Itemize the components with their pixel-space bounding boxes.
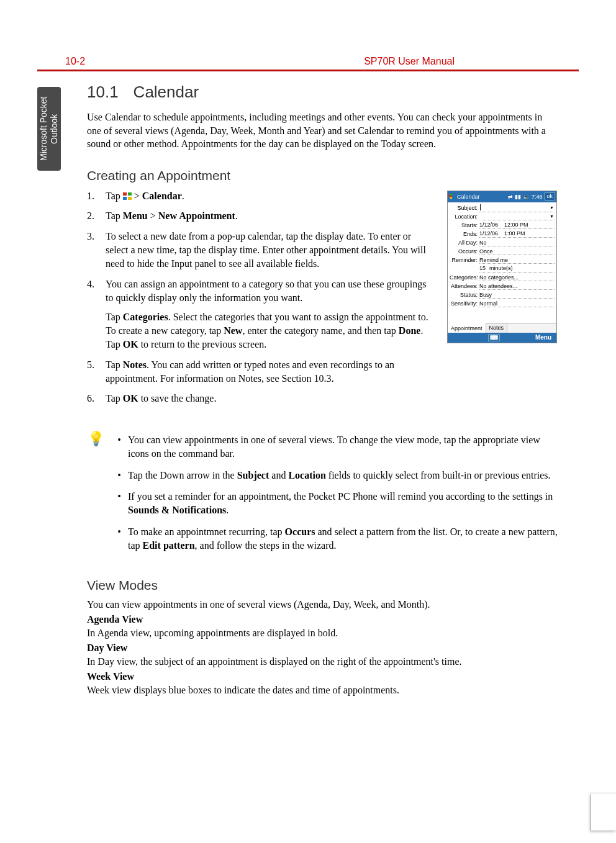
step-5: 5. Tap Notes. You can add written or typ… (87, 358, 435, 386)
step-text: to return to the previous screen. (138, 339, 267, 349)
step-bold: New Appointment (158, 210, 235, 221)
step-3: 3. To select a new date from a pop-up ca… (87, 230, 435, 271)
step-text: > (148, 210, 158, 221)
step-text: Tap (106, 393, 123, 403)
step-text: > (132, 191, 142, 201)
starts-label: Starts: (450, 222, 479, 228)
agenda-view-text: In Agenda view, upcoming appointments ar… (87, 628, 559, 639)
tab-appointment[interactable]: Appointment (448, 323, 486, 333)
categories-field[interactable]: No categories... (479, 274, 555, 281)
step-text: Tap (106, 210, 123, 221)
reminder-value-field[interactable]: 15minute(s) (479, 265, 555, 273)
clock-text: 7:46 (532, 194, 543, 200)
sensitivity-label: Sensitivity: (450, 300, 479, 307)
section-number: 10.1 (87, 83, 119, 101)
status-field[interactable]: Busy (479, 291, 555, 299)
manual-title: SP70R User Manual (364, 56, 455, 67)
attendees-field[interactable]: No attendees... (479, 282, 555, 290)
tip-bold: Sounds & Notifications (128, 505, 226, 515)
tip-text: To make an appointmnet recurring, tap (128, 526, 285, 537)
dropdown-icon[interactable]: ▼ (550, 205, 554, 210)
tip-text: . (226, 505, 229, 515)
tip-text: If you set a reminder for an appointment… (128, 491, 553, 502)
tabs: Appointment Notes (448, 323, 556, 333)
step-text: to save the change. (138, 393, 217, 403)
step-text: You can assign an appointment to a categ… (106, 279, 427, 303)
view-modes-intro: You can view appointments in one of seve… (87, 599, 559, 610)
view-modes-heading: View Modes (87, 578, 559, 593)
step-text: Tap (106, 339, 123, 349)
page-number: 10-2 (65, 56, 85, 67)
tip-text: fields to quickly select from built-in o… (326, 470, 551, 480)
menu-button[interactable]: Menu (535, 334, 551, 341)
start-icon (123, 192, 132, 200)
section-intro: Use Calendar to schedule appointments, i… (87, 110, 559, 151)
allday-label: All Day: (450, 240, 479, 246)
sync-icon: ⇄ (508, 194, 513, 200)
sensitivity-field[interactable]: Normal (479, 300, 555, 307)
bottombar: ⌨ Menu (448, 333, 556, 343)
signal-icon: ▮▮ (515, 194, 521, 200)
ends-label: Ends: (450, 231, 479, 237)
start-icon[interactable] (449, 194, 455, 200)
tip-bold: Location (288, 470, 325, 480)
tip-icon: 💡 (87, 432, 104, 561)
step-bold: New (224, 325, 242, 336)
allday-field[interactable]: No (479, 239, 555, 246)
tip-item: •You can view appointments in one of sev… (111, 433, 559, 461)
step-bold: Calendar (142, 191, 182, 201)
tip-item: • Tap the Down arrow in the Subject and … (111, 469, 559, 482)
side-tab: Microsoft Pocket Outlook (37, 87, 61, 171)
titlebar: Calendar ⇄ ▮▮ 🔈 7:46 ok (448, 191, 556, 202)
step-text: Tap (106, 191, 123, 201)
creating-heading: Creating an Appointment (87, 168, 559, 183)
location-label: Location: (450, 214, 479, 220)
page-header: 10-2 SP70R User Manual (37, 37, 579, 71)
tip-text: and (269, 470, 288, 480)
location-field[interactable]: ▼ (479, 213, 555, 220)
screenshot-title: Calendar (457, 194, 480, 200)
reminder-label: Reminder: (450, 257, 479, 263)
tip-bold: Occurs (285, 526, 315, 537)
section-title-text: Calendar (134, 83, 199, 101)
subject-field[interactable]: ▼ (479, 204, 555, 212)
step-text: Tap (106, 359, 123, 370)
status-label: Status: (450, 292, 479, 298)
step-text: Tap (106, 312, 123, 322)
tab-notes[interactable]: Notes (486, 323, 508, 333)
step-4: 4. You can assign an appointment to a ca… (87, 277, 435, 352)
occurs-label: Occurs: (450, 248, 479, 255)
step-bold: Menu (123, 210, 148, 221)
subject-label: Subject: (450, 205, 479, 211)
categories-label: Categories: (450, 274, 479, 281)
tip-item: • If you set a reminder for an appointme… (111, 490, 559, 518)
dropdown-icon[interactable]: ▼ (550, 214, 554, 219)
step-text: , enter the category name, and then tap (242, 325, 398, 336)
appointment-screenshot: Calendar ⇄ ▮▮ 🔈 7:46 ok Subject:▼ Locati… (447, 191, 557, 343)
tip-item: • To make an appointmnet recurring, tap … (111, 525, 559, 553)
step-text: . (182, 191, 184, 201)
page-fold-decoration (591, 793, 616, 831)
step-text: . (420, 325, 423, 336)
step-6: 6. Tap OK to save the change. (87, 392, 435, 405)
ends-field[interactable]: 1/12/061:00 PM (479, 230, 555, 238)
step-bold: OK (123, 339, 138, 349)
steps-list: 1. Tap > Calendar. 2. Tap Menu > New App… (87, 189, 435, 406)
tip-text: , and follow the steps in the wizard. (195, 540, 337, 551)
attendees-label: Attendees: (450, 283, 479, 289)
appointment-form: Subject:▼ Location:▼ Starts:1/12/0612:00… (448, 202, 556, 312)
step-text: . You can add written or typed notes and… (106, 359, 394, 384)
day-view-text: In Day view, the subject of an appointme… (87, 656, 559, 667)
keyboard-icon[interactable]: ⌨ (488, 334, 500, 341)
step-bold: OK (123, 393, 138, 403)
starts-field[interactable]: 1/12/0612:00 PM (479, 222, 555, 229)
ok-button[interactable]: ok (544, 192, 555, 201)
step-bold: Categories (123, 312, 168, 322)
step-bold: Notes (123, 359, 147, 370)
reminder-field[interactable]: Remind me (479, 256, 555, 264)
occurs-field[interactable]: Once (479, 248, 555, 255)
step-1: 1. Tap > Calendar. (87, 189, 435, 203)
week-view-heading: Week View (87, 671, 559, 682)
step-bold: Done (399, 325, 421, 336)
speaker-icon: 🔈 (523, 194, 530, 200)
